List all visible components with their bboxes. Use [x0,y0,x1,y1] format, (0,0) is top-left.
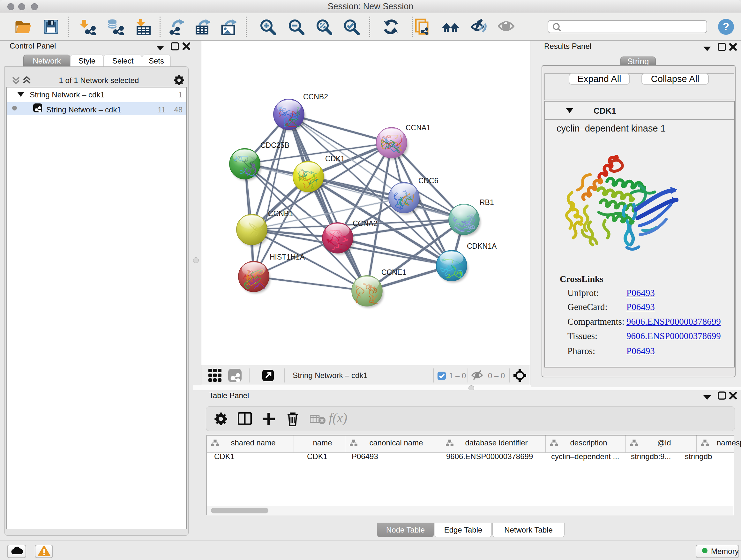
svg-text:CDKN1A: CDKN1A [467,242,497,250]
svg-text:RB1: RB1 [480,198,494,206]
svg-text:CDC6: CDC6 [418,177,439,185]
svg-text:CCNB1: CCNB1 [268,209,293,218]
svg-text:?: ? [723,20,730,33]
svg-text:CCNB2: CCNB2 [303,92,328,101]
svg-text:CDC25B: CDC25B [260,141,289,149]
svg-text:CCNA1: CCNA1 [406,124,430,132]
svg-text:CCNA2: CCNA2 [353,219,378,228]
svg-text:HIST1H1A: HIST1H1A [270,253,305,261]
svg-text:CCNE1: CCNE1 [381,268,406,276]
svg-text:CDK1: CDK1 [325,154,345,163]
